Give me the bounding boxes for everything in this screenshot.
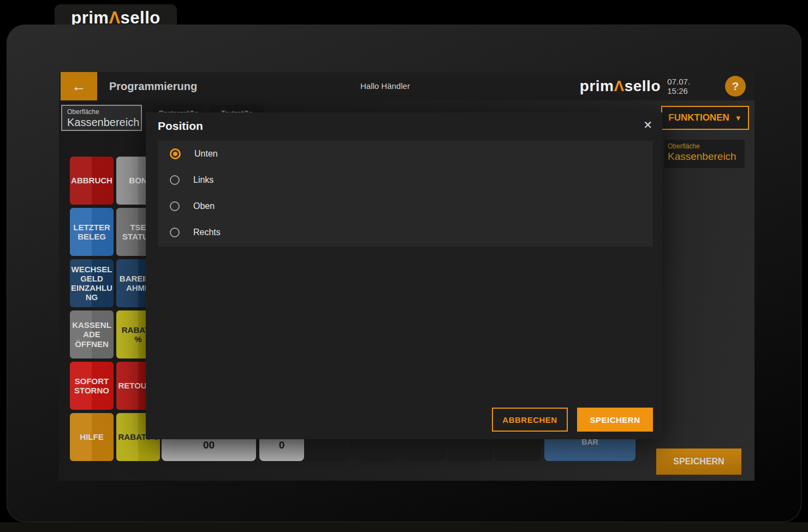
chevron-down-icon: ▼ <box>735 114 742 122</box>
radio-icon <box>170 201 180 211</box>
cancel-button[interactable]: ABBRECHEN <box>492 408 568 432</box>
key-wechselgeld-einzahlung[interactable]: WECHSELGELD EINZAHLUNG <box>70 259 114 307</box>
position-options-panel: Unten Links Oben Rechts <box>158 141 653 247</box>
key-hilfe[interactable]: HILFE <box>70 413 114 461</box>
app-header: ← Programmierung Hallo Händler primΛsell… <box>59 72 754 100</box>
key-sofort-storno[interactable]: SOFORT STORNO <box>70 362 114 410</box>
radio-option-links[interactable]: Links <box>164 167 213 193</box>
radio-icon <box>170 228 180 237</box>
logo-lambda-icon: Λ <box>614 77 625 94</box>
surface-selector[interactable]: Oberfläche Kassenbereich <box>61 105 142 131</box>
back-arrow-icon: ← <box>72 78 86 95</box>
page-title: Programmierung <box>109 72 197 100</box>
logo-part: sello <box>625 77 661 94</box>
app-screen: ← Programmierung Hallo Händler primΛsell… <box>59 72 754 481</box>
frame-bottom-strip <box>0 522 808 532</box>
save-button-main[interactable]: SPEICHERN <box>656 449 741 475</box>
header-logo: primΛsello <box>580 72 661 100</box>
close-icon[interactable]: ✕ <box>643 118 652 131</box>
time-text: 15:26 <box>667 86 690 95</box>
radio-option-unten[interactable]: Unten <box>164 141 218 167</box>
dialog-title: Position <box>158 119 203 133</box>
key-kassenlade-oeffnen[interactable]: KASSENLADE ÖFFNEN <box>70 310 114 358</box>
position-dialog: Position ✕ Unten Links Oben Rechts ABBRE… <box>146 112 662 439</box>
surface-info-value: Kassenbereich <box>668 151 741 163</box>
save-button-dialog[interactable]: SPEICHERN <box>577 408 653 432</box>
datetime-display: 07.07. 15:26 <box>667 77 690 96</box>
radio-option-oben[interactable]: Oben <box>164 193 215 219</box>
question-icon: ? <box>732 80 739 93</box>
radio-label: Oben <box>193 201 215 211</box>
surface-info-label: Oberfläche <box>668 142 741 150</box>
date-text: 07.07. <box>667 77 690 86</box>
functions-dropdown-button[interactable]: FUNKTIONEN ▼ <box>661 106 749 130</box>
surface-selector-value: Kassenbereich <box>67 116 136 129</box>
back-button[interactable]: ← <box>61 72 97 100</box>
radio-label: Unten <box>194 149 218 159</box>
help-button[interactable]: ? <box>725 76 746 97</box>
functions-label: FUNKTIONEN <box>668 112 729 123</box>
key-letzter-beleg[interactable]: LETZTER BELEG <box>70 208 114 256</box>
logo-part: prim <box>580 77 614 94</box>
key-abbruch[interactable]: ABBRUCH <box>70 157 114 205</box>
surface-selector-label: Oberfläche <box>67 108 136 116</box>
user-greeting: Hallo Händler <box>360 72 410 100</box>
radio-option-rechts[interactable]: Rechts <box>164 219 221 246</box>
radio-label: Rechts <box>193 228 221 237</box>
radio-label: Links <box>193 175 213 185</box>
surface-info-box: Oberfläche Kassenbereich <box>664 140 745 168</box>
radio-icon <box>170 175 180 185</box>
radio-selected-icon <box>170 148 181 159</box>
